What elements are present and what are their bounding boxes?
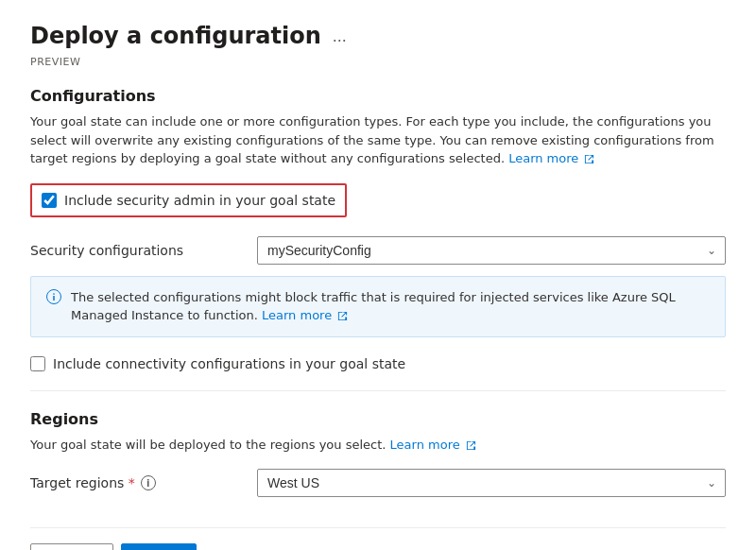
- security-admin-checkbox-label[interactable]: Include security admin in your goal stat…: [64, 193, 335, 208]
- security-config-row: Security configurations mySecurityConfig…: [30, 236, 726, 265]
- svg-point-2: [53, 293, 55, 295]
- target-regions-select-container: West US ⌄: [257, 469, 726, 497]
- footer: Previous Next: [30, 527, 726, 550]
- next-button[interactable]: Next: [121, 543, 197, 550]
- previous-button[interactable]: Previous: [30, 543, 113, 550]
- info-box: The selected configurations might block …: [30, 276, 726, 337]
- page-title: Deploy a configuration: [30, 23, 321, 49]
- regions-external-link-icon: [466, 440, 476, 451]
- svg-rect-1: [53, 296, 55, 301]
- configurations-learn-more-link[interactable]: Learn more: [508, 151, 594, 165]
- target-regions-label-group: Target regions * i: [30, 475, 257, 490]
- ellipsis-button[interactable]: ···: [329, 28, 351, 52]
- connectivity-checkbox-row[interactable]: Include connectivity configurations in y…: [30, 356, 726, 371]
- regions-section-title: Regions: [30, 410, 726, 428]
- security-admin-checkbox[interactable]: [42, 193, 57, 208]
- required-asterisk: *: [129, 475, 135, 490]
- target-regions-row: Target regions * i West US ⌄: [30, 469, 726, 497]
- target-regions-info-icon[interactable]: i: [141, 475, 156, 490]
- connectivity-checkbox-label[interactable]: Include connectivity configurations in y…: [53, 356, 405, 371]
- section-divider: [30, 390, 726, 391]
- regions-description: Your goal state will be deployed to the …: [30, 436, 726, 455]
- security-config-select-container: mySecurityConfig ⌄: [257, 236, 726, 265]
- connectivity-checkbox[interactable]: [30, 356, 45, 371]
- page-header: Deploy a configuration ···: [30, 23, 726, 52]
- target-regions-select[interactable]: West US: [257, 469, 726, 497]
- info-learn-more-link[interactable]: Learn more: [262, 308, 348, 322]
- regions-learn-more-link[interactable]: Learn more: [390, 438, 476, 452]
- security-admin-checkbox-row[interactable]: Include security admin in your goal stat…: [30, 183, 347, 217]
- configurations-section-title: Configurations: [30, 87, 726, 105]
- preview-badge: PREVIEW: [30, 56, 726, 68]
- security-config-label: Security configurations: [30, 243, 257, 258]
- security-config-select[interactable]: mySecurityConfig: [257, 236, 726, 265]
- info-icon: [46, 289, 61, 308]
- external-link-icon: [584, 154, 594, 164]
- configurations-description: Your goal state can include one or more …: [30, 112, 726, 168]
- info-box-text: The selected configurations might block …: [71, 288, 710, 325]
- target-regions-label: Target regions *: [30, 475, 135, 490]
- info-external-link-icon: [337, 311, 348, 321]
